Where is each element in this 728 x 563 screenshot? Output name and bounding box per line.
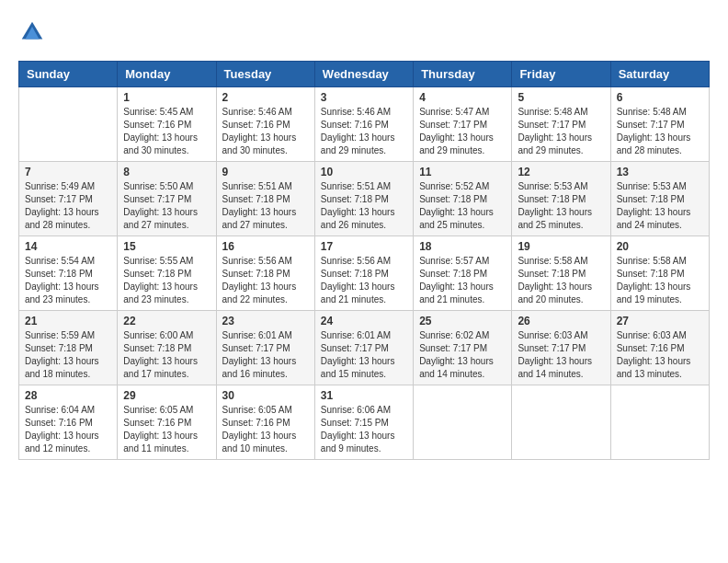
calendar-cell: 19 Sunrise: 5:58 AMSunset: 7:18 PMDaylig…	[512, 236, 610, 311]
day-number: 30	[222, 389, 309, 402]
calendar-cell: 13 Sunrise: 5:53 AMSunset: 7:18 PMDaylig…	[610, 162, 709, 236]
calendar-week-row: 14 Sunrise: 5:54 AMSunset: 7:18 PMDaylig…	[19, 236, 710, 311]
weekday-header: Tuesday	[216, 62, 314, 87]
day-info: Sunrise: 5:45 AMSunset: 7:16 PMDaylight:…	[123, 106, 210, 157]
day-info: Sunrise: 5:58 AMSunset: 7:18 PMDaylight:…	[617, 255, 703, 306]
calendar-cell: 16 Sunrise: 5:56 AMSunset: 7:18 PMDaylig…	[216, 236, 314, 311]
day-info: Sunrise: 6:03 AMSunset: 7:17 PMDaylight:…	[518, 329, 604, 381]
calendar-cell: 1 Sunrise: 5:45 AMSunset: 7:16 PMDayligh…	[118, 87, 216, 162]
calendar-week-row: 1 Sunrise: 5:45 AMSunset: 7:16 PMDayligh…	[19, 87, 710, 162]
day-info: Sunrise: 5:57 AMSunset: 7:18 PMDaylight:…	[419, 255, 506, 306]
calendar-cell: 7 Sunrise: 5:49 AMSunset: 7:17 PMDayligh…	[19, 162, 118, 236]
calendar-cell: 14 Sunrise: 5:54 AMSunset: 7:18 PMDaylig…	[19, 236, 118, 311]
day-info: Sunrise: 6:03 AMSunset: 7:16 PMDaylight:…	[617, 329, 703, 381]
calendar-cell: 4 Sunrise: 5:47 AMSunset: 7:17 PMDayligh…	[414, 87, 512, 162]
day-number: 24	[321, 315, 407, 327]
day-info: Sunrise: 5:54 AMSunset: 7:18 PMDaylight:…	[25, 255, 111, 306]
day-info: Sunrise: 5:48 AMSunset: 7:17 PMDaylight:…	[518, 106, 604, 157]
day-number: 19	[518, 240, 604, 253]
calendar-cell: 30 Sunrise: 6:05 AMSunset: 7:16 PMDaylig…	[216, 385, 314, 460]
calendar-cell: 21 Sunrise: 5:59 AMSunset: 7:18 PMDaylig…	[19, 311, 118, 385]
calendar-cell	[19, 87, 118, 162]
calendar-cell: 28 Sunrise: 6:04 AMSunset: 7:16 PMDaylig…	[19, 385, 118, 460]
day-number: 3	[321, 91, 407, 104]
day-number: 29	[123, 389, 210, 402]
calendar-cell: 10 Sunrise: 5:51 AMSunset: 7:18 PMDaylig…	[314, 162, 413, 236]
day-number: 21	[25, 315, 111, 327]
day-number: 22	[123, 315, 210, 327]
calendar-cell	[512, 385, 610, 460]
day-info: Sunrise: 6:00 AMSunset: 7:18 PMDaylight:…	[123, 329, 210, 381]
calendar-week-row: 28 Sunrise: 6:04 AMSunset: 7:16 PMDaylig…	[19, 385, 710, 460]
weekday-header: Thursday	[414, 62, 512, 87]
day-number: 2	[222, 91, 309, 104]
day-number: 6	[617, 91, 703, 104]
calendar-cell: 31 Sunrise: 6:06 AMSunset: 7:15 PMDaylig…	[314, 385, 413, 460]
day-info: Sunrise: 5:46 AMSunset: 7:16 PMDaylight:…	[222, 106, 309, 157]
calendar-cell: 9 Sunrise: 5:51 AMSunset: 7:18 PMDayligh…	[216, 162, 314, 236]
day-info: Sunrise: 5:59 AMSunset: 7:18 PMDaylight:…	[25, 329, 111, 381]
calendar-cell: 18 Sunrise: 5:57 AMSunset: 7:18 PMDaylig…	[414, 236, 512, 311]
calendar-table: SundayMondayTuesdayWednesdayThursdayFrid…	[18, 61, 710, 460]
calendar-cell: 26 Sunrise: 6:03 AMSunset: 7:17 PMDaylig…	[512, 311, 610, 385]
day-info: Sunrise: 6:02 AMSunset: 7:17 PMDaylight:…	[419, 329, 506, 381]
day-number: 18	[419, 240, 506, 253]
calendar-cell: 25 Sunrise: 6:02 AMSunset: 7:17 PMDaylig…	[414, 311, 512, 385]
day-info: Sunrise: 5:58 AMSunset: 7:18 PMDaylight:…	[518, 255, 604, 306]
day-info: Sunrise: 6:06 AMSunset: 7:15 PMDaylight:…	[321, 404, 407, 455]
day-info: Sunrise: 5:55 AMSunset: 7:18 PMDaylight:…	[123, 255, 210, 306]
weekday-header: Wednesday	[314, 62, 413, 87]
calendar-cell: 3 Sunrise: 5:46 AMSunset: 7:16 PMDayligh…	[314, 87, 413, 162]
weekday-header: Monday	[118, 62, 216, 87]
calendar-cell: 29 Sunrise: 6:05 AMSunset: 7:16 PMDaylig…	[118, 385, 216, 460]
day-info: Sunrise: 5:48 AMSunset: 7:17 PMDaylight:…	[617, 106, 703, 157]
calendar-cell	[610, 385, 709, 460]
day-info: Sunrise: 5:47 AMSunset: 7:17 PMDaylight:…	[419, 106, 506, 157]
day-number: 10	[321, 166, 407, 178]
day-info: Sunrise: 6:05 AMSunset: 7:16 PMDaylight:…	[123, 404, 210, 455]
day-info: Sunrise: 5:53 AMSunset: 7:18 PMDaylight:…	[617, 180, 703, 232]
day-info: Sunrise: 5:46 AMSunset: 7:16 PMDaylight:…	[321, 106, 407, 157]
day-info: Sunrise: 6:01 AMSunset: 7:17 PMDaylight:…	[321, 329, 407, 381]
day-number: 7	[25, 166, 111, 178]
calendar-week-row: 21 Sunrise: 5:59 AMSunset: 7:18 PMDaylig…	[19, 311, 710, 385]
calendar-cell: 22 Sunrise: 6:00 AMSunset: 7:18 PMDaylig…	[118, 311, 216, 385]
calendar-cell: 20 Sunrise: 5:58 AMSunset: 7:18 PMDaylig…	[610, 236, 709, 311]
day-info: Sunrise: 5:51 AMSunset: 7:18 PMDaylight:…	[321, 180, 407, 232]
calendar-cell: 8 Sunrise: 5:50 AMSunset: 7:17 PMDayligh…	[118, 162, 216, 236]
weekday-header: Sunday	[19, 62, 118, 87]
day-number: 5	[518, 91, 604, 104]
calendar-cell: 5 Sunrise: 5:48 AMSunset: 7:17 PMDayligh…	[512, 87, 610, 162]
day-number: 11	[419, 166, 506, 178]
day-info: Sunrise: 6:05 AMSunset: 7:16 PMDaylight:…	[222, 404, 309, 455]
calendar-cell: 23 Sunrise: 6:01 AMSunset: 7:17 PMDaylig…	[216, 311, 314, 385]
day-number: 26	[518, 315, 604, 327]
weekday-header: Friday	[512, 62, 610, 87]
day-info: Sunrise: 5:49 AMSunset: 7:17 PMDaylight:…	[25, 180, 111, 232]
day-info: Sunrise: 5:53 AMSunset: 7:18 PMDaylight:…	[518, 180, 604, 232]
day-number: 17	[321, 240, 407, 253]
calendar-cell: 2 Sunrise: 5:46 AMSunset: 7:16 PMDayligh…	[216, 87, 314, 162]
calendar-cell: 24 Sunrise: 6:01 AMSunset: 7:17 PMDaylig…	[314, 311, 413, 385]
day-number: 23	[222, 315, 309, 327]
day-number: 14	[25, 240, 111, 253]
logo	[18, 18, 50, 46]
logo-icon	[18, 18, 46, 46]
calendar-cell: 6 Sunrise: 5:48 AMSunset: 7:17 PMDayligh…	[610, 87, 709, 162]
day-info: Sunrise: 6:01 AMSunset: 7:17 PMDaylight:…	[222, 329, 309, 381]
day-number: 31	[321, 389, 407, 402]
day-number: 1	[123, 91, 210, 104]
weekday-header: Saturday	[610, 62, 709, 87]
day-number: 13	[617, 166, 703, 178]
day-info: Sunrise: 5:51 AMSunset: 7:18 PMDaylight:…	[222, 180, 309, 232]
day-info: Sunrise: 6:04 AMSunset: 7:16 PMDaylight:…	[25, 404, 111, 455]
day-number: 8	[123, 166, 210, 178]
calendar-cell	[414, 385, 512, 460]
day-info: Sunrise: 5:56 AMSunset: 7:18 PMDaylight:…	[222, 255, 309, 306]
day-info: Sunrise: 5:50 AMSunset: 7:17 PMDaylight:…	[123, 180, 210, 232]
day-number: 15	[123, 240, 210, 253]
day-number: 4	[419, 91, 506, 104]
day-number: 25	[419, 315, 506, 327]
day-info: Sunrise: 5:56 AMSunset: 7:18 PMDaylight:…	[321, 255, 407, 306]
day-number: 12	[518, 166, 604, 178]
